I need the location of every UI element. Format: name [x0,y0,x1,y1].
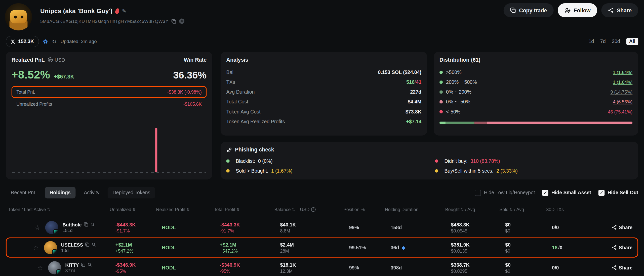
search-token-icon[interactable] [92,242,96,247]
search-token-icon[interactable] [88,262,92,267]
robot-avatar-art [10,10,27,23]
pnl-percent: +8.52% [12,69,50,82]
copy-trade-button[interactable]: Copy trade [503,3,553,17]
blacklist-value: 0 (0%) [258,158,273,164]
token-avg-cost-value: $73.8K [406,109,421,115]
currency-label[interactable]: USD [55,57,65,63]
checkbox-icon: ✓ [542,189,548,195]
col-token-last-active[interactable]: Token / Last Active [8,207,46,212]
col-unrealized[interactable]: Unrealized [110,207,131,212]
filter-all[interactable]: All [626,38,638,45]
favorite-star-icon[interactable]: ☆ [37,264,44,271]
txs-label: TXs [226,79,235,85]
favorite-star-icon[interactable]: ☆ [34,224,41,231]
col-position[interactable]: Position % [343,207,365,212]
sort-icon[interactable]: ⇅ [292,207,295,211]
share-token-label: Share [619,265,632,270]
status-dot-icon [435,169,438,173]
follow-button[interactable]: Follow [558,3,597,17]
distribution-row: <-50% 46 (75.41%) [439,107,632,116]
edit-name-icon[interactable]: ✎ [122,8,127,14]
favorite-star-icon[interactable]: ☆ [33,244,40,251]
chain-badge-icon [56,269,62,275]
position-pct: 99% [349,265,391,270]
holdings-section: Recent PnL Holdings Activity Deployed To… [0,186,644,276]
currency-toggle-icon[interactable] [48,57,53,62]
range-count-link[interactable]: 1 (1.64%) [613,80,632,85]
pnl-usd: +$67.3K [54,73,74,80]
hide-small-asset-checkbox[interactable]: ✓ Hide Small Asset [542,189,591,195]
col-balance[interactable]: Balance [274,207,291,212]
tab-deployed-tokens[interactable]: Deployed Tokens [108,187,155,199]
hide-low-liq-checkbox[interactable]: ✓ Hide Low Liq/Honeypot [475,189,535,195]
sort-icon[interactable]: ⇅ [461,207,464,211]
col-30d-txs[interactable]: 30D TXs [546,207,564,212]
explorer-icon[interactable] [179,18,184,24]
distribution-panel: Distribution (61) >500% 1 (1.64%) 200% ~… [434,52,638,136]
share-token-button[interactable]: Share [597,265,632,270]
col-total-profit[interactable]: Total Profit [214,207,235,212]
refresh-icon[interactable]: ↻ [52,38,56,45]
col-usd[interactable]: USD [300,207,310,212]
range-label: <-50% [446,109,460,115]
token-avatar [44,241,57,254]
unrealized-pct: -91.7% [115,228,162,233]
tab-activity[interactable]: Activity [79,187,104,199]
checkbox-icon: ✓ [475,189,481,195]
hide-sell-out-checkbox[interactable]: ✓ Hide Sell Out [598,189,638,195]
token-name[interactable]: KITTY [65,262,79,267]
col-bought[interactable]: Bought [445,207,460,212]
share-profile-button[interactable]: Share [601,3,638,17]
balance-usd: $18.1K [280,262,349,268]
range-count-link[interactable]: 1 (1.64%) [613,70,632,75]
copy-address-icon[interactable] [171,19,176,24]
copy-token-icon[interactable] [84,222,88,227]
sort-icon[interactable]: ⇅ [236,207,239,211]
token-name[interactable]: Butthole [62,222,82,227]
table-row[interactable]: ☆ Butthole 151d -$443.3K-91.7% HODL -$44… [6,217,638,238]
distribution-title: Distribution (61) [439,57,632,63]
col-sold[interactable]: Sold [499,207,508,212]
unrealized-value: -$346.9K [115,262,162,268]
range-count-link[interactable]: 9 (14.75%) [610,90,632,95]
range-count-link[interactable]: 4 (6.56%) [613,99,632,104]
bought-value: $368.7K [451,262,505,268]
copy-token-icon[interactable] [85,242,90,247]
token-avatar [45,221,58,234]
sort-icon[interactable]: ⇅ [47,207,50,211]
tab-bar: Recent PnL Holdings Activity Deployed To… [6,187,155,199]
share-token-button[interactable]: Share [597,245,632,250]
total-pnl-value: -$38.3K (-0.98%) [167,90,202,95]
x-followers-badge[interactable]: 152.3K [6,36,39,47]
sort-icon[interactable]: ⇅ [510,207,513,211]
copy-token-icon[interactable] [81,262,86,267]
tab-holdings[interactable]: Holdings [45,187,75,199]
search-token-icon[interactable] [90,222,95,227]
sort-icon[interactable]: ⇅ [133,207,136,211]
avg-duration-label: Avg Duration [226,89,255,95]
balance-qty: 12.3M [280,268,349,273]
filter-1d[interactable]: 1d [588,38,594,44]
hide-sell-out-label: Hide Sell Out [608,190,638,195]
token-avg-profit-label: Token Avg Realized Profits [226,119,285,125]
token-name[interactable]: USELESS [61,242,83,247]
usd-toggle-icon[interactable] [311,207,316,212]
realized-profit-value: HODL [162,265,220,270]
txs-sell: 41 [416,79,421,85]
distribution-row: 0% ~ 200% 9 (14.75%) [439,87,632,97]
token-avg-cost-label: Token Avg Cost [226,109,261,115]
share-token-button[interactable]: Share [597,224,632,230]
filter-30d[interactable]: 30d [612,38,620,44]
verified-flower-icon[interactable]: ✿ [43,38,48,45]
table-row-highlighted[interactable]: ☆ USELESS 10d +$2.1M+547.2% HODL +$2.1M+… [6,238,638,258]
col-holding-duration[interactable]: Holding Duration [385,207,419,212]
filter-7d[interactable]: 7d [600,38,606,44]
tab-recent-pnl[interactable]: Recent PnL [6,187,42,199]
sort-icon[interactable]: ⇅ [187,207,190,211]
range-count-link[interactable]: 46 (75.41%) [608,109,632,114]
table-row[interactable]: ☆ KITTY 377d -$346.9K-95% HODL -$346.9K-… [6,258,638,276]
col-realized-profit[interactable]: Realized Profit [156,207,185,212]
analysis-row-txs: TXs 516/41 [226,77,422,87]
col-sold-avg: / Avg [514,207,524,212]
txs-30d-buys: 18 [552,245,557,250]
